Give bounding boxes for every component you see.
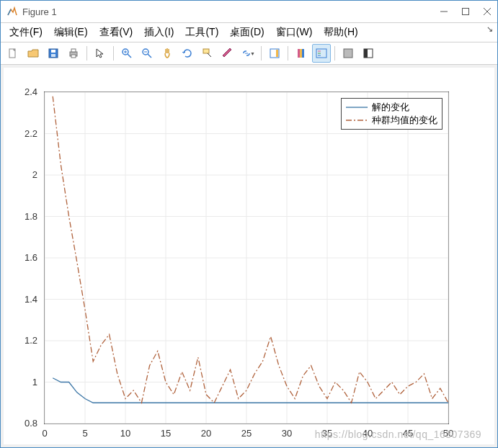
subplot-icon[interactable] bbox=[339, 44, 357, 63]
toolbar-overflow-icon[interactable]: ↘ bbox=[486, 24, 493, 34]
svg-rect-9 bbox=[71, 49, 76, 52]
titlebar: Figure 1 bbox=[1, 1, 497, 23]
svg-text:10: 10 bbox=[120, 428, 130, 439]
svg-rect-22 bbox=[276, 50, 278, 57]
pointer-icon[interactable] bbox=[91, 44, 110, 63]
toolbar-separator bbox=[261, 46, 262, 61]
data-cursor-icon[interactable] bbox=[198, 44, 217, 63]
toolbar: ▼ bbox=[1, 42, 497, 65]
colorbar-icon[interactable] bbox=[265, 44, 284, 63]
svg-text:20: 20 bbox=[201, 428, 211, 439]
menu-desktop[interactable]: 桌面(D) bbox=[224, 24, 270, 40]
pan-icon[interactable] bbox=[158, 44, 177, 63]
svg-text:25: 25 bbox=[241, 428, 252, 439]
svg-text:2.4: 2.4 bbox=[25, 86, 37, 97]
save-icon[interactable] bbox=[44, 44, 63, 63]
axes[interactable]: 05101520253035404550 0.811.21.41.61.822.… bbox=[44, 91, 449, 424]
menu-edit[interactable]: 编辑(E) bbox=[48, 24, 94, 40]
svg-text:1.4: 1.4 bbox=[25, 294, 37, 305]
svg-text:2.2: 2.2 bbox=[25, 128, 37, 139]
toolbar-separator bbox=[288, 46, 288, 61]
matlab-logo-icon bbox=[6, 6, 18, 17]
svg-rect-10 bbox=[71, 55, 76, 58]
svg-text:5: 5 bbox=[82, 428, 87, 439]
svg-rect-32 bbox=[364, 49, 368, 58]
svg-text:1.8: 1.8 bbox=[25, 211, 37, 222]
plot-area: 05101520253035404550 0.811.21.41.61.822.… bbox=[1, 65, 497, 447]
toolbar-separator bbox=[113, 46, 114, 61]
zoom-out-icon[interactable] bbox=[138, 44, 156, 63]
new-file-icon[interactable] bbox=[4, 44, 22, 63]
menu-help[interactable]: 帮助(H) bbox=[318, 24, 363, 40]
plot-canvas: 05101520253035404550 0.811.21.41.61.822.… bbox=[4, 68, 494, 444]
menubar: 文件(F) 编辑(E) 查看(V) 插入(I) 工具(T) 桌面(D) 窗口(W… bbox=[1, 23, 497, 42]
svg-text:0.8: 0.8 bbox=[25, 418, 37, 429]
link-icon[interactable]: ▼ bbox=[239, 44, 257, 63]
toolbar-separator bbox=[86, 46, 87, 61]
close-button[interactable] bbox=[483, 7, 492, 16]
minimize-button[interactable] bbox=[440, 7, 448, 16]
print-icon[interactable] bbox=[64, 44, 83, 63]
window-title: Figure 1 bbox=[22, 6, 440, 17]
dock-icon[interactable] bbox=[359, 44, 378, 63]
legend[interactable]: 解的变化 种群均值的变化 bbox=[341, 98, 443, 130]
svg-text:1.6: 1.6 bbox=[25, 252, 37, 263]
menu-view[interactable]: 查看(V) bbox=[94, 24, 139, 40]
menu-tools[interactable]: 工具(T) bbox=[179, 24, 224, 40]
svg-text:30: 30 bbox=[282, 428, 292, 439]
svg-rect-30 bbox=[344, 49, 352, 58]
menu-insert[interactable]: 插入(I) bbox=[138, 24, 179, 40]
legend-entry-2: 种群均值的变化 bbox=[346, 114, 437, 127]
svg-text:1: 1 bbox=[32, 377, 37, 387]
svg-rect-6 bbox=[51, 50, 55, 53]
svg-rect-18 bbox=[203, 49, 209, 53]
zoom-in-icon[interactable] bbox=[117, 44, 136, 63]
legend-entry-1: 解的变化 bbox=[346, 101, 437, 114]
svg-rect-1 bbox=[463, 9, 469, 15]
maximize-button[interactable] bbox=[461, 7, 470, 16]
svg-rect-24 bbox=[300, 49, 302, 58]
legend-icon[interactable] bbox=[312, 44, 331, 63]
watermark: https://blog.csdn.net/qq_16307369 bbox=[315, 429, 481, 440]
svg-text:2: 2 bbox=[32, 169, 37, 180]
svg-text:1.2: 1.2 bbox=[25, 335, 37, 346]
svg-text:0: 0 bbox=[42, 428, 47, 439]
brush-icon[interactable] bbox=[218, 44, 237, 63]
legend-label-1: 解的变化 bbox=[372, 101, 409, 114]
legend-label-2: 种群均值的变化 bbox=[372, 114, 437, 127]
svg-rect-7 bbox=[51, 54, 55, 57]
menu-window[interactable]: 窗口(W) bbox=[270, 24, 319, 40]
svg-line-19 bbox=[208, 53, 211, 57]
rotate-icon[interactable] bbox=[178, 44, 197, 63]
svg-rect-25 bbox=[302, 49, 304, 58]
svg-line-12 bbox=[128, 54, 131, 58]
menu-file[interactable]: 文件(F) bbox=[4, 24, 48, 40]
svg-line-16 bbox=[148, 54, 151, 58]
open-folder-icon[interactable] bbox=[24, 44, 43, 63]
svg-rect-23 bbox=[298, 49, 300, 58]
svg-text:15: 15 bbox=[161, 428, 171, 439]
toolbar-separator bbox=[334, 46, 335, 61]
colormap-icon[interactable] bbox=[292, 44, 311, 63]
figure-window: Figure 1 文件(F) 编辑(E) 查看(V) 插入(I) 工具(T) 桌… bbox=[0, 0, 498, 448]
